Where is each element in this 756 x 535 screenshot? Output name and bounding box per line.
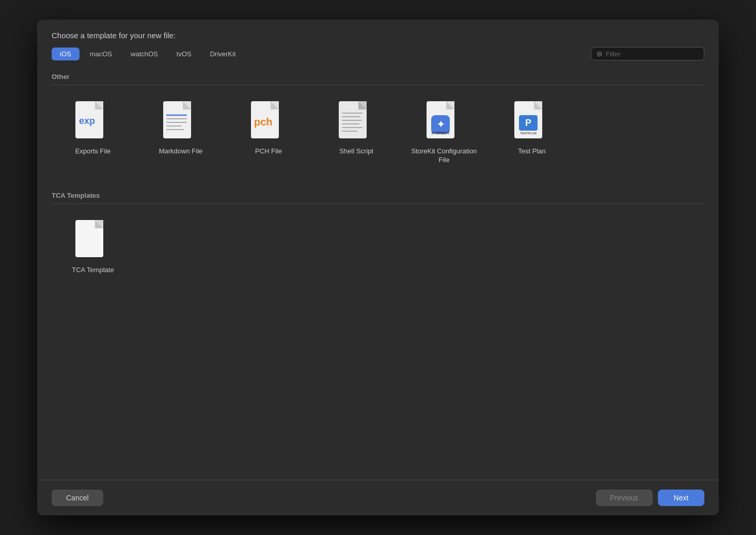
footer: Cancel Previous Next — [37, 480, 719, 515]
item-storekit-config[interactable]: ✦ STOREKIT StoreKit Configuration File — [403, 95, 485, 171]
previous-button[interactable]: Previous — [596, 490, 653, 506]
tab-driverkit[interactable]: DriverKit — [202, 48, 244, 60]
next-button[interactable]: Next — [658, 490, 704, 506]
svg-text:P: P — [525, 118, 531, 128]
shell-script-label: Shell Script — [339, 147, 373, 156]
section-header-other: Other — [52, 68, 704, 85]
filter-box: ⊜ — [591, 47, 704, 60]
items-grid-tca: TCA Template — [52, 208, 704, 291]
dialog-title: Choose a template for your new file: — [37, 20, 719, 47]
tca-template-icon — [75, 219, 111, 261]
template-chooser-dialog: Choose a template for your new file: iOS… — [37, 20, 719, 515]
exports-file-icon: exp — [75, 101, 111, 142]
item-exports-file[interactable]: exp Exports File — [52, 95, 134, 171]
markdown-file-label: Markdown File — [159, 147, 203, 156]
section-header-tca: TCA Templates — [52, 186, 704, 204]
tab-ios[interactable]: iOS — [52, 48, 80, 60]
filter-icon: ⊜ — [596, 50, 603, 58]
item-tca-template[interactable]: TCA Template — [52, 213, 134, 281]
svg-text:exp: exp — [79, 116, 95, 126]
test-plan-label: Test Plan — [518, 147, 545, 156]
item-pch-file[interactable]: pch PCH File — [227, 95, 310, 171]
cancel-button[interactable]: Cancel — [52, 490, 103, 506]
tca-template-label: TCA Template — [72, 266, 114, 275]
tab-macos[interactable]: macOS — [82, 48, 120, 60]
tab-watchos[interactable]: watchOS — [122, 48, 166, 60]
svg-text:TESTPLAN: TESTPLAN — [520, 132, 537, 135]
tabs-bar: iOS macOS watchOS tvOS DriverKit ⊜ — [37, 47, 719, 60]
footer-right: Previous Next — [596, 490, 704, 506]
section-tca-templates: TCA Templates TCA Template — [52, 186, 704, 291]
filter-input[interactable] — [606, 50, 694, 58]
items-grid-other: exp Exports File — [52, 89, 704, 181]
item-shell-script[interactable]: Shell Script — [315, 95, 398, 171]
pch-file-icon: pch — [250, 101, 287, 142]
svg-text:pch: pch — [254, 116, 273, 128]
item-test-plan[interactable]: P TESTPLAN Test Plan — [491, 95, 573, 171]
storekit-config-label: StoreKit Configuration File — [407, 147, 481, 165]
tab-tvos[interactable]: tvOS — [168, 48, 200, 60]
svg-text:✦: ✦ — [437, 119, 445, 130]
exports-file-label: Exports File — [75, 147, 111, 156]
section-other: Other exp Exports File — [52, 68, 704, 181]
item-markdown-file[interactable]: Markdown File — [139, 95, 222, 171]
tabs-left: iOS macOS watchOS tvOS DriverKit — [52, 48, 244, 60]
storekit-config-icon: ✦ STOREKIT — [426, 101, 462, 142]
pch-file-label: PCH File — [255, 147, 282, 156]
svg-text:STOREKIT: STOREKIT — [431, 131, 450, 135]
shell-script-icon — [338, 101, 374, 142]
markdown-file-icon — [163, 101, 199, 142]
test-plan-icon: P TESTPLAN — [514, 101, 550, 142]
content-area: Other exp Exports File — [37, 68, 719, 480]
